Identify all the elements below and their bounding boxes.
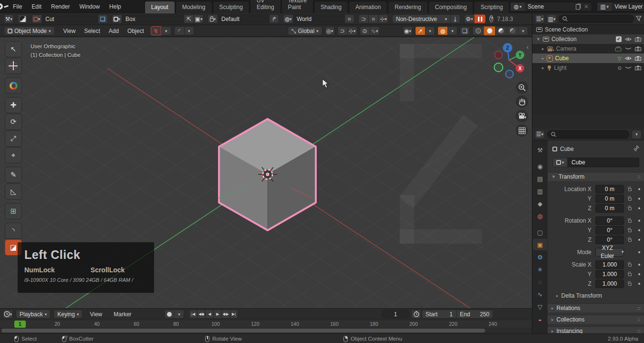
outliner-display-mode-button[interactable]: ☰▾ bbox=[535, 14, 545, 23]
tab-output[interactable]: ▤ bbox=[533, 173, 547, 184]
scale-x-field[interactable]: 1.000 bbox=[595, 260, 624, 269]
tab-compositing[interactable]: Compositing bbox=[428, 1, 474, 13]
animate-dot[interactable] bbox=[638, 273, 640, 275]
pan-hand-button[interactable] bbox=[516, 96, 528, 108]
animate-dot[interactable] bbox=[638, 239, 640, 241]
timeline-scrollbar[interactable] bbox=[1, 329, 485, 332]
view-layer-selector[interactable]: ▥▾ View Layer ✕ bbox=[597, 2, 644, 11]
pivot-dropdown[interactable]: ◎▾ bbox=[325, 26, 335, 35]
tab-scripting[interactable]: Scripting bbox=[474, 1, 509, 13]
expand-icon[interactable]: ▸ bbox=[542, 65, 544, 70]
keying-menu[interactable]: Keying▾ bbox=[53, 310, 83, 319]
drag-grip-icon[interactable]: :::: bbox=[637, 174, 640, 179]
box-shape-icon[interactable]: ▾ bbox=[112, 14, 122, 23]
timeline-ruler[interactable]: 1 20 40 60 80 100 120 140 160 180 200 22… bbox=[0, 320, 532, 328]
scene-selector[interactable]: ◍▾ Scene ✕ bbox=[510, 2, 592, 11]
scene-name[interactable]: Scene bbox=[525, 3, 575, 10]
filter-funnel-icon[interactable] bbox=[636, 16, 642, 22]
menu-select[interactable]: Select bbox=[80, 27, 104, 35]
gizmo-toggle[interactable]: ↗ bbox=[415, 26, 425, 35]
annotate-tool[interactable]: ✎ bbox=[5, 167, 22, 183]
lock-icon[interactable] bbox=[628, 264, 632, 267]
pin-icon[interactable] bbox=[634, 145, 639, 153]
gear-icon[interactable]: ⚙▾ bbox=[464, 14, 474, 23]
animate-dot[interactable] bbox=[638, 220, 640, 222]
outliner-search-input[interactable] bbox=[559, 15, 634, 23]
tab-material[interactable]: ◒ bbox=[533, 313, 547, 325]
zoom-button[interactable] bbox=[516, 81, 528, 94]
current-frame-field[interactable]: 1 bbox=[382, 310, 409, 319]
active-tool-icon[interactable]: ↯ bbox=[151, 26, 161, 35]
animate-dot[interactable] bbox=[638, 188, 640, 190]
record-dropdown[interactable]: ▾ bbox=[174, 310, 184, 319]
active-tool-boxcutter-icon[interactable] bbox=[18, 14, 28, 23]
remove-scene-icon[interactable]: ✕ bbox=[583, 3, 592, 10]
globe-icon[interactable]: ◍▾ bbox=[283, 14, 293, 23]
collection-field[interactable]: Default bbox=[218, 14, 269, 23]
menu-render[interactable]: Render bbox=[47, 2, 74, 11]
falloff-icon[interactable]: ◜ bbox=[174, 26, 184, 35]
tab-modifiers[interactable]: ⚙ bbox=[533, 251, 547, 263]
expand-icon[interactable]: ▼ bbox=[536, 37, 540, 42]
menu-add[interactable]: Add bbox=[105, 27, 123, 35]
world-field[interactable]: World bbox=[293, 14, 344, 23]
view-layer-icon[interactable]: ▥▾ bbox=[597, 2, 612, 11]
gizmo-dropdown[interactable]: ▾ bbox=[425, 26, 435, 35]
object-name-field[interactable]: ▾ Cube bbox=[552, 158, 639, 167]
scale-tool[interactable]: ⤢ bbox=[5, 130, 22, 147]
drag-grip-icon[interactable]: :::: bbox=[637, 306, 640, 311]
camera-render-icon[interactable] bbox=[635, 46, 641, 51]
animate-dot[interactable] bbox=[638, 251, 640, 253]
tab-render[interactable]: ◉ bbox=[533, 161, 547, 172]
cut-tool-field[interactable]: Cut bbox=[42, 14, 98, 23]
camera-render-icon[interactable] bbox=[635, 56, 641, 61]
viewport-3d[interactable]: User Orthographic (1) Collection | Cube … bbox=[0, 37, 532, 308]
object-type-icon[interactable]: ▾ bbox=[552, 158, 568, 167]
camera-view-button[interactable] bbox=[516, 110, 528, 122]
playhead[interactable]: 1 bbox=[14, 321, 26, 328]
tab-uv-editing[interactable]: UV Editing bbox=[250, 0, 281, 13]
delta-transform-panel[interactable]: ▸ Delta Transform bbox=[548, 291, 644, 300]
move-tool[interactable]: ✚ bbox=[5, 97, 22, 113]
rotate-gizmo-tool[interactable] bbox=[5, 77, 22, 94]
timeline-view-menu[interactable]: View bbox=[85, 310, 106, 319]
properties-options-dropdown[interactable]: ▾ bbox=[632, 130, 642, 139]
ortho-grid-button[interactable] bbox=[516, 124, 528, 137]
record-button[interactable] bbox=[164, 310, 174, 319]
falloff-dropdown[interactable]: ▾ bbox=[184, 26, 194, 35]
playback-menu[interactable]: Playback▾ bbox=[16, 310, 51, 319]
tab-sculpting[interactable]: Sculpting bbox=[213, 1, 249, 13]
visibility-dropdown[interactable]: ◉▾ bbox=[403, 26, 413, 35]
tab-texture-paint[interactable]: Texture Paint bbox=[281, 0, 313, 13]
menu-object[interactable]: Object bbox=[124, 27, 148, 35]
timeline-marker-menu[interactable]: Marker bbox=[109, 310, 135, 319]
animate-dot[interactable] bbox=[638, 198, 640, 200]
shading-material-button[interactable] bbox=[495, 26, 507, 35]
lock-icon[interactable] bbox=[628, 188, 632, 191]
tab-view-layer[interactable]: ▥ bbox=[533, 185, 547, 197]
lock-icon[interactable] bbox=[628, 239, 632, 242]
display-icon[interactable]: ⌗ bbox=[344, 14, 354, 23]
lock-icon[interactable] bbox=[628, 207, 632, 210]
snap-target-dropdown[interactable]: ⊹▾ bbox=[347, 26, 357, 35]
hardops-tool[interactable]: ◝ bbox=[5, 223, 22, 239]
expand-icon[interactable]: ▸ bbox=[542, 46, 544, 51]
lock-icon[interactable] bbox=[628, 283, 632, 286]
pause-button[interactable] bbox=[474, 14, 486, 23]
scale-z-field[interactable]: 1.000 bbox=[595, 279, 624, 288]
add-cube-tool[interactable]: ⊞ bbox=[5, 203, 22, 219]
animate-dot[interactable] bbox=[638, 207, 640, 209]
origin-icon[interactable]: ▣▾ bbox=[194, 14, 204, 23]
destructive-mode-dropdown[interactable]: Non-Destructive▾ bbox=[392, 14, 450, 23]
tab-animation[interactable]: Animation bbox=[349, 1, 387, 13]
collections-panel[interactable]: ▸ Collections :::: bbox=[548, 315, 644, 324]
menu-window[interactable]: Window bbox=[75, 2, 104, 11]
drag-grip-icon[interactable]: :::: bbox=[637, 317, 640, 322]
lock-icon[interactable] bbox=[628, 198, 632, 201]
mode-dropdown[interactable]: Object Mode▾ bbox=[4, 26, 55, 35]
outliner-row-collection[interactable]: ▼ Collection ✓ bbox=[532, 34, 644, 44]
tab-layout[interactable]: Layout bbox=[145, 1, 175, 13]
shading-wireframe-button[interactable] bbox=[472, 26, 484, 35]
xray-toggle[interactable]: ❏ bbox=[460, 26, 470, 35]
animate-dot[interactable] bbox=[638, 229, 640, 231]
